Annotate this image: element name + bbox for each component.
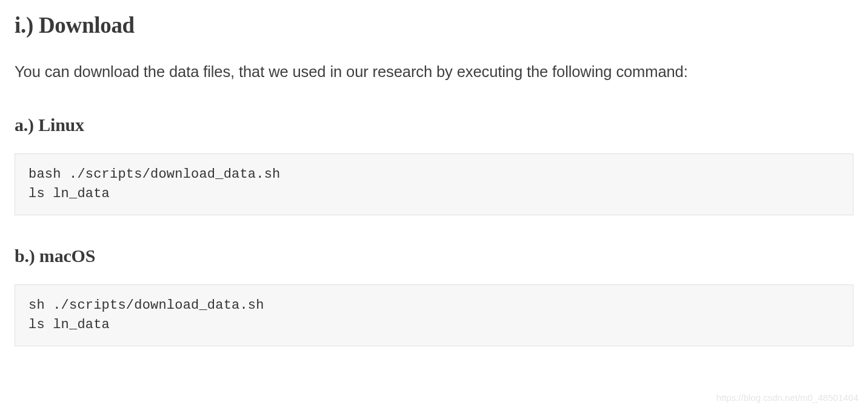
heading-linux: a.) Linux xyxy=(15,115,853,135)
heading-macos: b.) macOS xyxy=(15,246,853,266)
heading-download: i.) Download xyxy=(15,12,853,38)
code-block-linux: bash ./scripts/download_data.sh ls ln_da… xyxy=(15,153,853,215)
code-block-macos: sh ./scripts/download_data.sh ls ln_data xyxy=(15,284,853,346)
paragraph-intro: You can download the data files, that we… xyxy=(15,60,853,83)
